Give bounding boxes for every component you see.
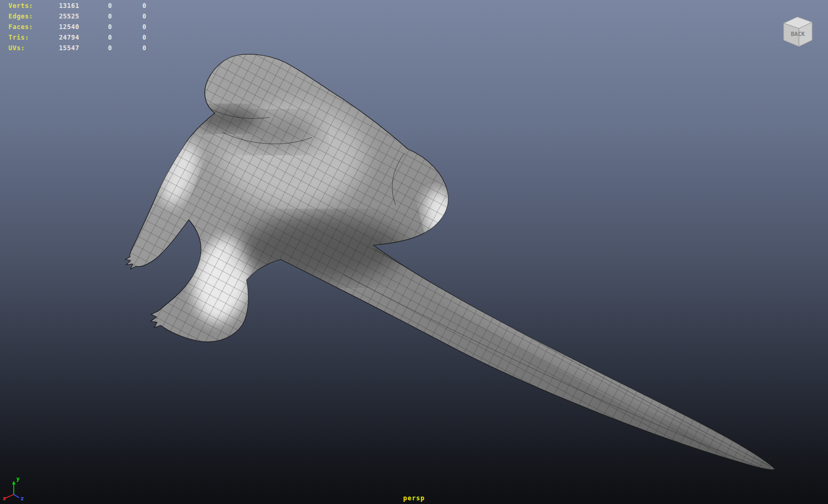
hud-value-faces-total: 12540 bbox=[52, 22, 79, 32]
hud-value-uvs-total: 15547 bbox=[52, 43, 79, 53]
hud-value-tris-col2: 0 bbox=[79, 32, 112, 43]
hud-value-verts-col2: 0 bbox=[79, 1, 112, 11]
y-axis-label: y bbox=[16, 476, 20, 482]
hud-value-edges-col3: 0 bbox=[112, 11, 146, 22]
hud-label-uvs: UVs: bbox=[8, 43, 52, 53]
hud-value-faces-col2: 0 bbox=[79, 22, 112, 32]
hud-row-verts: Verts: 13161 0 0 bbox=[8, 1, 146, 11]
hud-row-uvs: UVs: 15547 0 0 bbox=[8, 43, 146, 53]
hud-label-verts: Verts: bbox=[8, 1, 52, 11]
hud-value-verts-col3: 0 bbox=[112, 1, 146, 11]
model-viewport[interactable] bbox=[0, 0, 828, 504]
hud-label-faces: Faces: bbox=[8, 22, 52, 32]
model-shading bbox=[0, 0, 828, 504]
hud-label-edges: Edges: bbox=[8, 11, 52, 22]
hud-label-tris: Tris: bbox=[8, 32, 52, 43]
hud-row-edges: Edges: 25525 0 0 bbox=[8, 11, 146, 22]
hud-value-uvs-col3: 0 bbox=[112, 43, 146, 53]
hud-row-faces: Faces: 12540 0 0 bbox=[8, 22, 146, 32]
hud-value-faces-col3: 0 bbox=[112, 22, 146, 32]
view-cube-face-label: BACK bbox=[791, 31, 805, 38]
view-cube[interactable]: BACK bbox=[776, 13, 818, 51]
y-axis-arrowhead bbox=[12, 481, 15, 484]
camera-name-label: persp bbox=[0, 494, 828, 502]
hud-value-tris-total: 24794 bbox=[52, 32, 79, 43]
hud-value-tris-col3: 0 bbox=[112, 32, 146, 43]
hud-value-verts-total: 13161 bbox=[52, 1, 79, 11]
hud-value-uvs-col2: 0 bbox=[79, 43, 112, 53]
hud-value-edges-total: 25525 bbox=[52, 11, 79, 22]
hud-row-tris: Tris: 24794 0 0 bbox=[8, 32, 146, 43]
poly-count-hud: Verts: 13161 0 0 Edges: 25525 0 0 Faces:… bbox=[8, 1, 146, 53]
hud-value-edges-col2: 0 bbox=[79, 11, 112, 22]
